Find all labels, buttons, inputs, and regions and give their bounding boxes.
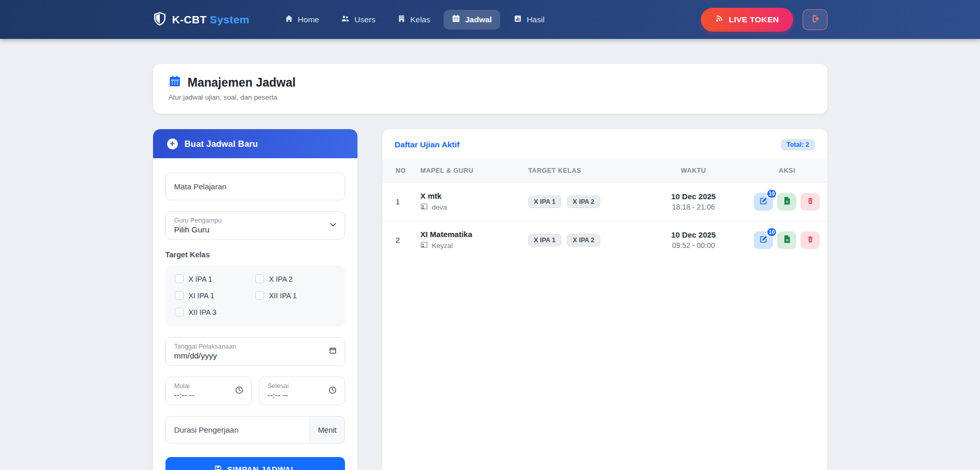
exam-list-card: Daftar Ujian Aktif Total: 2 NO MAPEL & G… xyxy=(382,129,827,470)
checkbox[interactable] xyxy=(255,291,264,300)
edit-button[interactable]: 10 xyxy=(754,193,773,211)
navbar: K-CBTSystem Home Users Kelas Jadwal xyxy=(0,0,980,39)
nav-label: Jadwal xyxy=(465,15,492,24)
checkbox[interactable] xyxy=(175,274,184,283)
question-count-badge: 10 xyxy=(766,227,778,237)
time-end-label: Selesai xyxy=(268,382,336,390)
save-schedule-button[interactable]: SIMPAN JADWAL xyxy=(165,457,345,470)
col-aksi: AKSI xyxy=(747,159,827,183)
calendar-picker-icon[interactable] xyxy=(329,347,337,356)
chart-icon xyxy=(514,15,522,25)
building-icon xyxy=(397,15,406,25)
live-token-button[interactable]: LIVE TOKEN xyxy=(701,8,793,32)
teacher-select-label: Guru Pengampu xyxy=(174,217,336,224)
page-header-card: Manajemen Jadwal Atur jadwal ujian, soal… xyxy=(153,64,827,114)
broadcast-icon xyxy=(715,14,724,25)
duration-input[interactable] xyxy=(165,416,311,444)
svg-text:x: x xyxy=(786,238,788,242)
class-option-xi-ipa-1[interactable]: XI IPA 1 xyxy=(175,291,255,300)
nav-label: Users xyxy=(354,15,375,24)
delete-button[interactable] xyxy=(800,193,820,211)
page-title: Manajemen Jadwal xyxy=(188,76,296,90)
export-excel-button[interactable]: x xyxy=(777,193,796,211)
exam-subject: XI Matematika xyxy=(420,230,514,239)
class-option-xii-ipa-1[interactable]: XII IPA 1 xyxy=(255,291,336,300)
class-badge: X IPA 1 xyxy=(528,234,561,246)
duration-group: Menit xyxy=(165,416,345,444)
nav-label: Kelas xyxy=(410,15,431,24)
nav-item-users[interactable]: Users xyxy=(333,10,383,30)
brand-suffix: System xyxy=(210,13,250,25)
live-token-label: LIVE TOKEN xyxy=(729,15,779,24)
exam-list-title: Daftar Ujian Aktif xyxy=(395,140,460,149)
class-badge: X IPA 1 xyxy=(528,196,561,208)
calendar-icon xyxy=(452,15,460,25)
time-start-input[interactable]: Mulai --:-- -- xyxy=(165,377,252,405)
col-no: NO xyxy=(382,159,413,183)
table-header-row: NO MAPEL & GURU TARGET KELAS WAKTU AKSI xyxy=(382,159,827,183)
edit-icon xyxy=(760,197,768,206)
time-end-input[interactable]: Selesai --:-- -- xyxy=(259,377,345,405)
total-badge: Total: 2 xyxy=(781,139,815,150)
class-option-x-ipa-2[interactable]: X IPA 2 xyxy=(255,274,336,283)
subject-input[interactable] xyxy=(165,173,345,200)
col-target: TARGET KELAS xyxy=(521,159,640,183)
time-start-label: Mulai xyxy=(174,382,243,390)
exam-time: 09:52 - 00:00 xyxy=(647,241,740,250)
col-waktu: WAKTU xyxy=(640,159,747,183)
create-schedule-card: + Buat Jadwal Baru Guru Pengampu Pilih G… xyxy=(153,129,357,470)
nav-item-jadwal[interactable]: Jadwal xyxy=(444,10,500,30)
class-option-xii-ipa-3[interactable]: XII IPA 3 xyxy=(175,308,255,316)
edit-button[interactable]: 10 xyxy=(754,231,773,249)
time-start-value: --:-- -- xyxy=(174,391,243,400)
row-number: 2 xyxy=(382,221,413,259)
excel-file-icon: x xyxy=(783,235,791,245)
class-option-label: X IPA 2 xyxy=(269,275,293,283)
trash-icon xyxy=(807,197,814,206)
page-subtitle: Atur jadwal ujian, soal, dan peserta xyxy=(169,93,812,101)
teacher-select-value: Pilih Guru xyxy=(174,225,336,234)
export-excel-button[interactable]: x xyxy=(777,231,796,249)
target-kelas-label: Target Kelas xyxy=(165,251,345,259)
nav-label: Hasil xyxy=(527,15,544,24)
checkbox[interactable] xyxy=(255,274,264,283)
duration-unit-addon: Menit xyxy=(310,416,344,444)
clock-icon[interactable] xyxy=(328,386,337,396)
excel-file-icon: x xyxy=(783,197,791,206)
checkbox[interactable] xyxy=(175,308,184,316)
brand[interactable]: K-CBTSystem xyxy=(153,11,250,28)
row-number: 1 xyxy=(382,183,413,221)
svg-text:x: x xyxy=(786,200,788,203)
class-option-label: X IPA 1 xyxy=(189,275,213,283)
exam-date: 10 Dec 2025 xyxy=(647,230,740,239)
nav-item-kelas[interactable]: Kelas xyxy=(389,10,439,30)
home-icon xyxy=(285,15,293,25)
brand-title: K-CBTSystem xyxy=(172,13,250,26)
exam-subject: X mtk xyxy=(420,191,514,200)
logout-icon xyxy=(810,14,820,25)
class-badge: X IPA 2 xyxy=(567,234,600,246)
calendar-icon xyxy=(169,75,181,90)
clock-icon[interactable] xyxy=(235,386,243,396)
checkbox[interactable] xyxy=(175,291,184,300)
create-schedule-title: Buat Jadwal Baru xyxy=(185,139,258,149)
exam-date: 10 Dec 2025 xyxy=(647,192,740,201)
save-icon xyxy=(214,465,222,470)
nav-item-hasil[interactable]: Hasil xyxy=(505,10,553,30)
delete-button[interactable] xyxy=(800,231,820,249)
class-option-label: XII IPA 1 xyxy=(269,292,297,300)
class-badge: X IPA 2 xyxy=(567,196,600,208)
time-end-value: --:-- -- xyxy=(268,391,336,400)
users-icon xyxy=(341,15,350,25)
save-schedule-label: SIMPAN JADWAL xyxy=(227,465,296,470)
logout-button[interactable] xyxy=(803,9,827,30)
date-input[interactable]: Tanggal Pelaksanaan mm/dd/yyyy xyxy=(165,337,345,366)
teacher-select[interactable]: Guru Pengampu Pilih Guru xyxy=(165,211,345,240)
exam-time: 18:18 - 21:06 xyxy=(647,203,740,211)
plus-circle-icon: + xyxy=(167,139,178,149)
nav-label: Home xyxy=(298,15,319,24)
nav-item-home[interactable]: Home xyxy=(277,10,327,30)
edit-icon xyxy=(760,235,768,245)
class-option-x-ipa-1[interactable]: X IPA 1 xyxy=(175,274,255,283)
table-row: 2 XI Matematika Keyzal X IPA 1 X IPA xyxy=(382,221,827,259)
